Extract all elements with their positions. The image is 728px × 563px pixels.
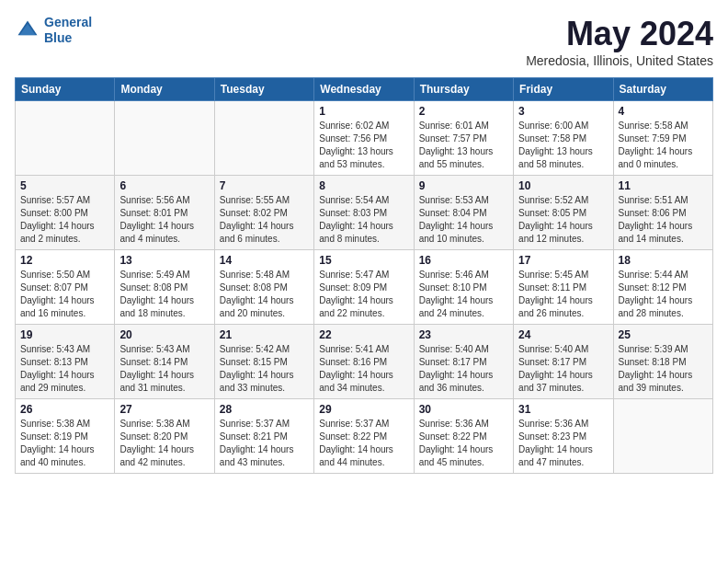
calendar-cell: 25Sunrise: 5:39 AM Sunset: 8:18 PM Dayli… xyxy=(613,325,712,399)
day-detail: Sunrise: 6:01 AM Sunset: 7:57 PM Dayligh… xyxy=(419,120,508,171)
day-detail: Sunrise: 6:00 AM Sunset: 7:58 PM Dayligh… xyxy=(518,120,608,171)
day-number: 14 xyxy=(220,254,309,267)
day-number: 26 xyxy=(20,403,109,416)
day-number: 18 xyxy=(619,254,708,267)
calendar-cell: 23Sunrise: 5:40 AM Sunset: 8:17 PM Dayli… xyxy=(414,325,513,399)
day-detail: Sunrise: 5:47 AM Sunset: 8:09 PM Dayligh… xyxy=(319,269,408,320)
calendar-cell: 8Sunrise: 5:54 AM Sunset: 8:03 PM Daylig… xyxy=(314,176,414,250)
day-detail: Sunrise: 5:37 AM Sunset: 8:21 PM Dayligh… xyxy=(220,418,309,469)
calendar-cell: 14Sunrise: 5:48 AM Sunset: 8:08 PM Dayli… xyxy=(214,250,313,325)
calendar-cell: 24Sunrise: 5:40 AM Sunset: 8:17 PM Dayli… xyxy=(514,325,613,399)
day-number: 10 xyxy=(518,179,608,192)
page-header: General Blue May 2024 Meredosia, Illinoi… xyxy=(15,15,713,68)
calendar-cell: 28Sunrise: 5:37 AM Sunset: 8:21 PM Dayli… xyxy=(214,399,313,474)
day-number: 9 xyxy=(419,179,508,192)
calendar-header-saturday: Saturday xyxy=(613,78,712,101)
day-detail: Sunrise: 5:36 AM Sunset: 8:22 PM Dayligh… xyxy=(419,418,508,469)
day-detail: Sunrise: 5:52 AM Sunset: 8:05 PM Dayligh… xyxy=(518,194,608,246)
day-number: 5 xyxy=(20,179,109,192)
calendar-header-thursday: Thursday xyxy=(414,78,513,101)
day-detail: Sunrise: 5:55 AM Sunset: 8:02 PM Dayligh… xyxy=(220,194,309,246)
calendar-cell xyxy=(613,399,712,474)
logo-icon xyxy=(15,17,40,43)
calendar-cell: 31Sunrise: 5:36 AM Sunset: 8:23 PM Dayli… xyxy=(514,399,613,474)
day-number: 11 xyxy=(619,179,708,192)
day-number: 23 xyxy=(419,328,508,341)
page-subtitle: Meredosia, Illinois, United States xyxy=(526,53,713,68)
calendar-header-row: SundayMondayTuesdayWednesdayThursdayFrid… xyxy=(16,78,713,101)
day-detail: Sunrise: 5:48 AM Sunset: 8:08 PM Dayligh… xyxy=(220,269,309,320)
day-number: 13 xyxy=(119,254,209,267)
day-number: 29 xyxy=(319,403,408,416)
day-number: 27 xyxy=(119,403,209,416)
calendar-header-sunday: Sunday xyxy=(16,78,115,101)
logo-text: General Blue xyxy=(44,15,92,46)
day-number: 2 xyxy=(419,105,508,118)
day-number: 1 xyxy=(319,105,408,118)
day-detail: Sunrise: 5:42 AM Sunset: 8:15 PM Dayligh… xyxy=(220,343,309,395)
day-detail: Sunrise: 5:44 AM Sunset: 8:12 PM Dayligh… xyxy=(619,269,708,320)
day-detail: Sunrise: 5:41 AM Sunset: 8:16 PM Dayligh… xyxy=(319,343,408,395)
calendar-cell: 18Sunrise: 5:44 AM Sunset: 8:12 PM Dayli… xyxy=(613,250,712,325)
day-detail: Sunrise: 5:36 AM Sunset: 8:23 PM Dayligh… xyxy=(518,418,608,469)
calendar-cell: 22Sunrise: 5:41 AM Sunset: 8:16 PM Dayli… xyxy=(314,325,414,399)
calendar-week-row: 19Sunrise: 5:43 AM Sunset: 8:13 PM Dayli… xyxy=(16,325,713,399)
day-number: 17 xyxy=(518,254,608,267)
day-detail: Sunrise: 5:50 AM Sunset: 8:07 PM Dayligh… xyxy=(20,269,109,320)
calendar-cell: 6Sunrise: 5:56 AM Sunset: 8:01 PM Daylig… xyxy=(115,176,214,250)
day-number: 28 xyxy=(220,403,309,416)
calendar-header-tuesday: Tuesday xyxy=(214,78,313,101)
calendar-cell: 3Sunrise: 6:00 AM Sunset: 7:58 PM Daylig… xyxy=(514,101,613,176)
day-detail: Sunrise: 5:38 AM Sunset: 8:20 PM Dayligh… xyxy=(119,418,209,469)
day-detail: Sunrise: 5:43 AM Sunset: 8:14 PM Dayligh… xyxy=(119,343,209,395)
day-number: 4 xyxy=(619,105,708,118)
day-detail: Sunrise: 5:49 AM Sunset: 8:08 PM Dayligh… xyxy=(119,269,209,320)
day-number: 6 xyxy=(119,179,209,192)
day-number: 8 xyxy=(319,179,408,192)
logo-line2: Blue xyxy=(44,30,72,45)
day-detail: Sunrise: 5:40 AM Sunset: 8:17 PM Dayligh… xyxy=(518,343,608,395)
calendar-cell: 29Sunrise: 5:37 AM Sunset: 8:22 PM Dayli… xyxy=(314,399,414,474)
day-number: 31 xyxy=(518,403,608,416)
calendar-cell: 9Sunrise: 5:53 AM Sunset: 8:04 PM Daylig… xyxy=(414,176,513,250)
day-detail: Sunrise: 5:43 AM Sunset: 8:13 PM Dayligh… xyxy=(20,343,109,395)
day-detail: Sunrise: 5:39 AM Sunset: 8:18 PM Dayligh… xyxy=(619,343,708,395)
calendar-cell xyxy=(214,101,313,176)
calendar-cell: 5Sunrise: 5:57 AM Sunset: 8:00 PM Daylig… xyxy=(16,176,115,250)
day-number: 15 xyxy=(319,254,408,267)
calendar-cell: 4Sunrise: 5:58 AM Sunset: 7:59 PM Daylig… xyxy=(613,101,712,176)
day-number: 7 xyxy=(220,179,309,192)
calendar-cell xyxy=(115,101,214,176)
calendar-cell: 19Sunrise: 5:43 AM Sunset: 8:13 PM Dayli… xyxy=(16,325,115,399)
calendar-cell: 12Sunrise: 5:50 AM Sunset: 8:07 PM Dayli… xyxy=(16,250,115,325)
day-number: 3 xyxy=(518,105,608,118)
calendar-week-row: 12Sunrise: 5:50 AM Sunset: 8:07 PM Dayli… xyxy=(16,250,713,325)
calendar-cell xyxy=(16,101,115,176)
calendar-cell: 13Sunrise: 5:49 AM Sunset: 8:08 PM Dayli… xyxy=(115,250,214,325)
calendar-cell: 1Sunrise: 6:02 AM Sunset: 7:56 PM Daylig… xyxy=(314,101,414,176)
calendar-table: SundayMondayTuesdayWednesdayThursdayFrid… xyxy=(15,77,713,474)
day-detail: Sunrise: 5:56 AM Sunset: 8:01 PM Dayligh… xyxy=(119,194,209,246)
day-detail: Sunrise: 5:51 AM Sunset: 8:06 PM Dayligh… xyxy=(619,194,708,246)
logo-line1: General xyxy=(44,15,92,29)
day-number: 16 xyxy=(419,254,508,267)
day-number: 25 xyxy=(619,328,708,341)
day-detail: Sunrise: 6:02 AM Sunset: 7:56 PM Dayligh… xyxy=(319,120,408,171)
day-detail: Sunrise: 5:57 AM Sunset: 8:00 PM Dayligh… xyxy=(20,194,109,246)
day-detail: Sunrise: 5:53 AM Sunset: 8:04 PM Dayligh… xyxy=(419,194,508,246)
calendar-cell: 20Sunrise: 5:43 AM Sunset: 8:14 PM Dayli… xyxy=(115,325,214,399)
calendar-week-row: 1Sunrise: 6:02 AM Sunset: 7:56 PM Daylig… xyxy=(16,101,713,176)
calendar-cell: 27Sunrise: 5:38 AM Sunset: 8:20 PM Dayli… xyxy=(115,399,214,474)
day-number: 21 xyxy=(220,328,309,341)
title-block: May 2024 Meredosia, Illinois, United Sta… xyxy=(526,15,713,68)
calendar-cell: 21Sunrise: 5:42 AM Sunset: 8:15 PM Dayli… xyxy=(214,325,313,399)
calendar-cell: 16Sunrise: 5:46 AM Sunset: 8:10 PM Dayli… xyxy=(414,250,513,325)
day-number: 24 xyxy=(518,328,608,341)
calendar-cell: 11Sunrise: 5:51 AM Sunset: 8:06 PM Dayli… xyxy=(613,176,712,250)
calendar-cell: 26Sunrise: 5:38 AM Sunset: 8:19 PM Dayli… xyxy=(16,399,115,474)
day-detail: Sunrise: 5:46 AM Sunset: 8:10 PM Dayligh… xyxy=(419,269,508,320)
day-number: 22 xyxy=(319,328,408,341)
calendar-cell: 30Sunrise: 5:36 AM Sunset: 8:22 PM Dayli… xyxy=(414,399,513,474)
day-number: 12 xyxy=(20,254,109,267)
calendar-cell: 17Sunrise: 5:45 AM Sunset: 8:11 PM Dayli… xyxy=(514,250,613,325)
